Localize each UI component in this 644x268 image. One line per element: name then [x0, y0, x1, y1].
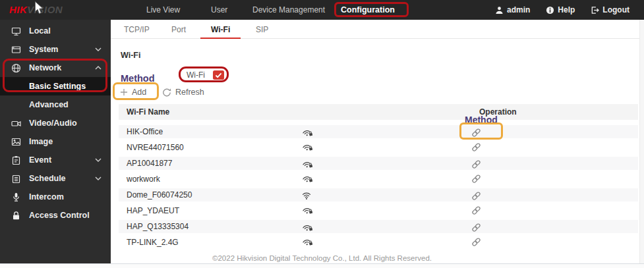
sidebar-item-schedule[interactable]: Schedule [0, 169, 111, 188]
sidebar-item-label: System [29, 45, 58, 54]
table-row: HAP_Q13335304 [119, 219, 638, 234]
wifi-secured-icon [301, 204, 314, 217]
system-icon [11, 44, 21, 55]
nav-device-management[interactable]: Device Management [252, 0, 325, 20]
image-icon [11, 136, 21, 147]
connect-link-icon[interactable] [471, 205, 482, 216]
connect-link-icon[interactable] [471, 223, 482, 233]
wifi-checkbox-label: Wi-Fi [187, 70, 205, 80]
wifi-name-cell: HIK-Office [119, 127, 163, 136]
wifi-open-icon [302, 191, 314, 201]
sidebar-item-advanced[interactable]: Advanced [0, 95, 111, 114]
table-row: HIK-Office [119, 124, 638, 140]
sidebar-item-local[interactable]: Local [0, 22, 111, 40]
tab-wifi[interactable]: Wi-Fi [211, 20, 230, 39]
help-button[interactable]: Help [546, 5, 575, 14]
wifi-name-cell: workwork [119, 174, 160, 184]
connect-link-icon[interactable] [471, 159, 482, 170]
connect-link-icon[interactable] [471, 174, 482, 184]
connect-link-icon[interactable] [471, 237, 482, 248]
logo-hik: HIK [9, 4, 27, 15]
table-row: TP-LINK_2.4G [119, 234, 638, 250]
sidebar-item-label: Schedule [29, 174, 66, 183]
scrollbar[interactable] [639, 20, 644, 263]
wifi-secured-icon [301, 126, 314, 140]
person-icon [495, 6, 504, 14]
wifi-secured-icon [301, 141, 314, 154]
sidebar-item-label: Video/Audio [29, 119, 77, 128]
chevron-down-icon [95, 47, 102, 51]
sidebar-item-label: Network [29, 63, 61, 72]
nav-configuration[interactable]: Configuration [341, 0, 395, 20]
mouse-cursor-icon [34, 1, 44, 15]
globe-icon [11, 63, 21, 73]
wifi-secured-icon [301, 158, 314, 171]
connect-link-icon[interactable] [471, 128, 482, 138]
top-bar: HIKVISION Live View User Device Manageme… [0, 0, 644, 20]
table-row: workwork [119, 171, 638, 187]
table-row: AP10041877 [119, 155, 638, 171]
logout-icon [591, 6, 599, 14]
sidebar-item-system[interactable]: System [0, 40, 111, 59]
schedule-icon [11, 173, 21, 184]
wifi-section-title: Wi-Fi [121, 51, 140, 60]
sidebar-item-label: Image [29, 137, 53, 146]
connect-link-icon[interactable] [471, 142, 482, 153]
table-row: Dome_F06074250 [119, 187, 638, 203]
method-label: Method [121, 73, 155, 83]
sidebar-item-network[interactable]: Network [0, 59, 111, 77]
main-content: TCP/IP Port Wi-Fi SIP Wi-Fi Method Wi-Fi… [111, 20, 639, 263]
table-body: HIK-Office NVRE44071560 AP10041877 [119, 124, 638, 250]
add-button-label: Add [132, 88, 146, 97]
monitor-icon [11, 26, 21, 36]
sidebar-item-label: Access Control [29, 211, 90, 220]
refresh-icon [162, 88, 171, 97]
wifi-secured-icon [301, 236, 314, 249]
tab-bar: TCP/IP Port Wi-Fi SIP [111, 20, 639, 39]
wifi-enable-checkbox[interactable] [213, 70, 224, 80]
sidebar-item-label: Event [29, 155, 51, 165]
refresh-button[interactable]: Refresh [162, 87, 204, 97]
wifi-name-cell: Dome_F06074250 [119, 190, 192, 200]
microphone-icon [11, 192, 21, 202]
plus-icon [120, 88, 128, 96]
tab-port[interactable]: Port [171, 20, 186, 39]
add-button[interactable]: Add [120, 87, 146, 97]
help-label: Help [558, 5, 575, 14]
sidebar-item-basic-settings[interactable]: Basic Settings [0, 77, 111, 95]
user-account-button[interactable]: admin [495, 5, 530, 14]
logout-button[interactable]: Logout [591, 5, 629, 14]
lock-icon [11, 210, 21, 221]
sidebar-item-label: Intercom [29, 192, 64, 201]
sidebar: Local System Network Basic Settings Adva [0, 20, 111, 263]
sidebar-item-access-control[interactable]: Access Control [0, 206, 111, 225]
wifi-name-cell: TP-LINK_2.4G [119, 238, 179, 247]
topbar-user-area: admin Help Logout [495, 0, 629, 20]
wifi-name-cell: NVRE44071560 [119, 143, 184, 152]
nav-user[interactable]: User [211, 0, 227, 20]
sidebar-menu: Local System Network Basic Settings Adva [0, 22, 111, 225]
refresh-button-label: Refresh [175, 88, 204, 97]
hikvision-config-page: { "topbar": { "logo": { "part1": "HIK", … [0, 0, 644, 268]
chevron-down-icon [95, 158, 102, 162]
tab-tcpip[interactable]: TCP/IP [124, 20, 150, 39]
event-icon [11, 155, 21, 165]
connect-link-icon[interactable] [471, 191, 482, 201]
wifi-enable-group: Wi-Fi [187, 68, 224, 82]
logo-vision: VISION [27, 4, 63, 15]
method-overlap-label: Method [465, 115, 507, 124]
sidebar-item-image[interactable]: Image [0, 132, 111, 151]
video-camera-icon [11, 118, 21, 128]
page-bottom-strip [0, 263, 644, 268]
wifi-list-table: Wi-Fi Name Operation Method HIK-Office N… [119, 104, 638, 252]
username-label: admin [507, 5, 530, 14]
logout-label: Logout [602, 5, 629, 14]
column-header-wifi-name: Wi-Fi Name [119, 107, 169, 117]
sidebar-item-label: Advanced [29, 100, 69, 109]
table-row: HAP_YDAEUT [119, 203, 638, 219]
nav-live-view[interactable]: Live View [146, 0, 180, 20]
sidebar-item-intercom[interactable]: Intercom [0, 188, 111, 206]
sidebar-item-video-audio[interactable]: Video/Audio [0, 114, 111, 132]
sidebar-item-event[interactable]: Event [0, 151, 111, 169]
tab-sip[interactable]: SIP [256, 20, 268, 39]
